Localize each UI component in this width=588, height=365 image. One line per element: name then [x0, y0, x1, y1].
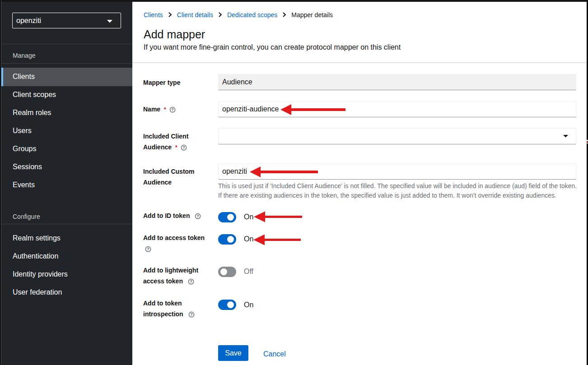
svg-text:?: ? [190, 312, 193, 317]
svg-text:?: ? [182, 145, 185, 150]
svg-text:?: ? [190, 279, 192, 284]
svg-text:?: ? [147, 247, 149, 251]
svg-text:?: ? [197, 214, 200, 218]
svg-text:?: ? [171, 107, 174, 112]
